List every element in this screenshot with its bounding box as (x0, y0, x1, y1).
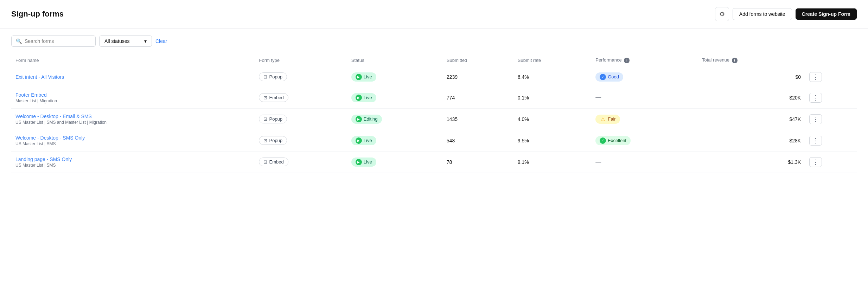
status-cell: ▶ Editing (347, 108, 442, 130)
form-name-cell: Footer EmbedMaster List | Migration (11, 87, 255, 108)
performance-cell: — (591, 151, 698, 173)
performance-cell: — (591, 87, 698, 108)
more-options-button[interactable]: ⋮ (809, 72, 822, 82)
warning-icon: ⚠ (600, 116, 606, 122)
status-cell: ▶ Live (347, 130, 442, 151)
type-badge: ⊡ Popup (259, 136, 287, 145)
chevron-down-icon: ▾ (144, 38, 147, 44)
search-icon: 🔍 (16, 38, 22, 44)
col-performance: Performance i (591, 54, 698, 67)
status-cell: ▶ Live (347, 87, 442, 108)
page-header: Sign-up forms ⚙ Add forms to website Cre… (0, 0, 868, 28)
form-sub-label: Master List | Migration (15, 98, 250, 103)
performance-badge: ✓ Excellent (595, 136, 631, 145)
table-row: Welcome - Desktop - Email & SMSUS Master… (11, 108, 857, 130)
form-type-cell: ⊡ Embed (255, 87, 347, 108)
form-name-cell: Welcome - Desktop - Email & SMSUS Master… (11, 108, 255, 130)
search-input[interactable] (25, 38, 91, 44)
type-badge: ⊡ Popup (259, 72, 287, 81)
play-icon: ▶ (356, 159, 362, 165)
revenue-cell: $20K (698, 87, 805, 108)
type-badge: ⊡ Popup (259, 115, 287, 123)
form-type-cell: ⊡ Popup (255, 108, 347, 130)
play-icon: ▶ (356, 137, 362, 144)
table-row: Footer EmbedMaster List | Migration⊡ Emb… (11, 87, 857, 108)
type-badge: ⊡ Embed (259, 93, 288, 102)
more-options-button[interactable]: ⋮ (809, 93, 822, 103)
actions-cell: ⋮ (805, 67, 857, 87)
form-type-cell: ⊡ Popup (255, 67, 347, 87)
status-badge: ▶ Live (351, 93, 376, 102)
type-icon: ⊡ (263, 159, 267, 165)
form-sub-label: US Master List | SMS (15, 141, 250, 146)
clear-button[interactable]: Clear (155, 38, 167, 44)
forms-table-container: Form name Form type Status Submitted Sub… (0, 50, 868, 176)
form-name-link[interactable]: Footer Embed (15, 92, 47, 98)
status-badge: ▶ Live (351, 158, 376, 167)
create-signup-form-button[interactable]: Create Sign-up Form (796, 8, 857, 20)
status-select-label: All statuses (104, 38, 130, 44)
gear-icon: ⚙ (719, 10, 725, 18)
form-sub-label: US Master List | SMS (15, 163, 250, 168)
submit-rate-cell: 6.4% (513, 67, 591, 87)
performance-dash: — (595, 95, 601, 101)
revenue-cell: $47K (698, 108, 805, 130)
more-options-button[interactable]: ⋮ (809, 114, 822, 124)
actions-cell: ⋮ (805, 108, 857, 130)
performance-badge: ✓ Good (595, 72, 623, 82)
status-badge: ▶ Live (351, 136, 376, 145)
submitted-cell: 548 (442, 130, 513, 151)
form-name-link[interactable]: Exit intent - All Visitors (15, 74, 64, 80)
type-icon: ⊡ (263, 116, 267, 122)
header-actions: ⚙ Add forms to website Create Sign-up Fo… (715, 7, 857, 21)
form-sub-label: US Master List | SMS and Master List | M… (15, 120, 250, 125)
col-status: Status (347, 54, 442, 67)
form-name-link[interactable]: Welcome - Desktop - Email & SMS (15, 114, 92, 119)
toolbar: 🔍 All statuses ▾ Clear (0, 28, 868, 50)
submitted-cell: 774 (442, 87, 513, 108)
more-options-button[interactable]: ⋮ (809, 157, 822, 167)
status-filter-select[interactable]: All statuses ▾ (99, 36, 152, 47)
forms-table: Form name Form type Status Submitted Sub… (11, 54, 857, 173)
table-header: Form name Form type Status Submitted Sub… (11, 54, 857, 67)
performance-cell: ✓ Excellent (591, 130, 698, 151)
submit-rate-cell: 9.5% (513, 130, 591, 151)
settings-button[interactable]: ⚙ (715, 7, 729, 21)
table-row: Welcome - Desktop - SMS OnlyUS Master Li… (11, 130, 857, 151)
play-icon: ▶ (356, 95, 362, 101)
performance-dash: — (595, 159, 601, 165)
add-forms-button[interactable]: Add forms to website (733, 8, 792, 20)
type-icon: ⊡ (263, 74, 267, 79)
col-form-type: Form type (255, 54, 347, 67)
col-form-name: Form name (11, 54, 255, 67)
play-icon: ▶ (356, 116, 362, 122)
form-name-link[interactable]: Landing page - SMS Only (15, 156, 72, 162)
table-row: Exit intent - All Visitors⊡ Popup▶ Live2… (11, 67, 857, 87)
performance-badge: ⚠ Fair (595, 115, 620, 124)
col-submitted: Submitted (442, 54, 513, 67)
status-cell: ▶ Live (347, 67, 442, 87)
table-row: Landing page - SMS OnlyUS Master List | … (11, 151, 857, 173)
submitted-cell: 78 (442, 151, 513, 173)
actions-cell: ⋮ (805, 151, 857, 173)
more-options-button[interactable]: ⋮ (809, 136, 822, 146)
status-cell: ▶ Live (347, 151, 442, 173)
form-type-cell: ⊡ Embed (255, 151, 347, 173)
form-name-link[interactable]: Welcome - Desktop - SMS Only (15, 135, 85, 141)
check-icon: ✓ (600, 137, 606, 144)
revenue-info-icon[interactable]: i (732, 58, 738, 63)
submitted-cell: 2239 (442, 67, 513, 87)
col-actions (805, 54, 857, 67)
revenue-cell: $0 (698, 67, 805, 87)
submit-rate-cell: 9.1% (513, 151, 591, 173)
performance-cell: ✓ Good (591, 67, 698, 87)
revenue-cell: $1.3K (698, 151, 805, 173)
col-submit-rate: Submit rate (513, 54, 591, 67)
form-name-cell: Welcome - Desktop - SMS OnlyUS Master Li… (11, 130, 255, 151)
form-type-cell: ⊡ Popup (255, 130, 347, 151)
performance-info-icon[interactable]: i (624, 58, 630, 63)
play-icon: ▶ (356, 74, 362, 80)
submitted-cell: 1435 (442, 108, 513, 130)
revenue-cell: $28K (698, 130, 805, 151)
check-icon: ✓ (600, 74, 606, 80)
